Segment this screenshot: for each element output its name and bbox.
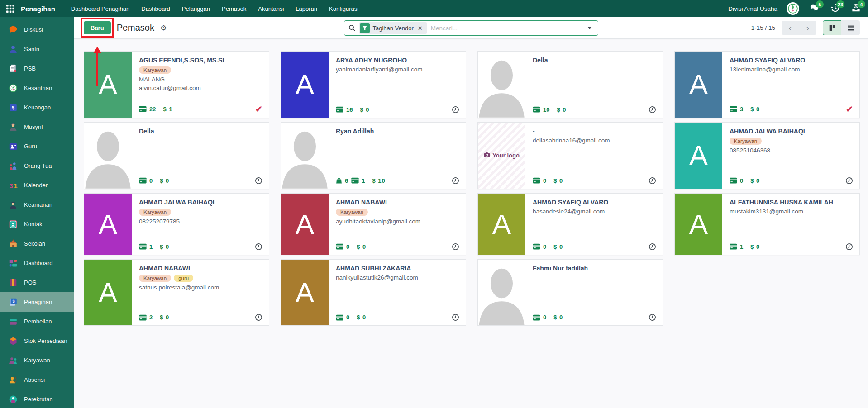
notification-button[interactable]: $ 4	[850, 3, 862, 14]
search-dropdown-toggle[interactable]	[582, 21, 598, 35]
navbar-menu-item[interactable]: Dashboard Penagihan	[66, 3, 134, 15]
navbar-menu-item[interactable]: Dashboard	[136, 3, 175, 15]
sidebar-item-dashboard[interactable]: Dashboard	[0, 253, 74, 273]
mentor-icon	[8, 122, 19, 133]
activity-clock-status-icon[interactable]	[255, 243, 262, 251]
finance-icon: $	[8, 102, 19, 113]
sidebar-item-keamanan[interactable]: Keamanan	[0, 195, 74, 214]
vendor-card[interactable]: A AHMAD SUBHI ZAKARIA nanikyuliastutik26…	[281, 259, 466, 326]
sidebar-item-guru[interactable]: Guru	[0, 137, 74, 156]
activity-done-icon[interactable]: ✔	[255, 105, 262, 114]
activity-clock-status-icon[interactable]	[649, 106, 656, 114]
vendor-name: AHMAD SYAFIQ ALVARO	[533, 199, 656, 206]
sidebar-item-diskusi[interactable]: Diskusi	[0, 20, 74, 39]
gear-icon[interactable]: ⚙	[160, 24, 167, 32]
camera-icon	[484, 152, 490, 160]
vendor-card[interactable]: A AHMAD JALWA BAIHAQI Karyawan 082252079…	[84, 193, 269, 255]
vendor-card[interactable]: A AHMAD NABAWI Karyawan ayudhitaoktavian…	[281, 193, 466, 255]
navbar-menu-item[interactable]: Konfigurasi	[324, 3, 363, 15]
vendor-card[interactable]: A AHMAD NABAWI Karyawanguru satnus.polre…	[84, 259, 269, 326]
sidebar-item-absensi[interactable]: Absensi	[0, 370, 74, 389]
vendor-name: AHMAD NABAWI	[139, 265, 262, 272]
vendor-card[interactable]: A ARYA ADHY NUGROHO yanimarianiarfiyanti…	[281, 51, 466, 118]
sidebar-item-kalender[interactable]: 31 Kalender	[0, 176, 74, 195]
sidebar-item-label: Guru	[24, 143, 37, 150]
sidebar-item-stok-persediaan[interactable]: Stok Persediaan	[0, 331, 74, 351]
sidebar-item-keuangan[interactable]: $ Keuangan	[0, 98, 74, 117]
new-record-button[interactable]: Baru	[84, 21, 111, 34]
activity-clock-status-icon[interactable]	[649, 313, 656, 321]
search-input[interactable]	[427, 25, 582, 32]
sidebar-item-penagihan[interactable]: $ Penagihan	[0, 292, 74, 312]
sidebar-item-musyrif[interactable]: Musyrif	[0, 117, 74, 137]
sidebar-item-label: Dashboard	[24, 260, 53, 266]
activity-clock-status-icon[interactable]	[255, 313, 262, 321]
sidebar-item-sekolah[interactable]: Sekolah	[0, 234, 74, 253]
vendor-card[interactable]: Your logo - dellasabrinaa16@gmail.com	[477, 122, 663, 189]
vendor-card[interactable]: Della 0	[84, 122, 269, 189]
sidebar-item-psb[interactable]: PSB	[0, 59, 74, 78]
sidebar-item-karyawan[interactable]: Karyawan	[0, 351, 74, 370]
filter-funnel-icon	[360, 23, 370, 33]
activity-clock-status-icon[interactable]	[452, 177, 459, 185]
invoices-icon	[533, 177, 540, 184]
user-menu[interactable]: Divisi Amal Usaha	[728, 5, 777, 12]
navbar-menu-item[interactable]: Laporan	[291, 3, 322, 15]
invoices-count: 1	[362, 177, 365, 184]
vendor-avatar: A	[84, 194, 132, 255]
activity-done-icon[interactable]: ✔	[846, 105, 853, 114]
activity-clock-status-icon[interactable]	[649, 243, 656, 251]
activity-clock-status-icon[interactable]	[845, 177, 853, 185]
vendor-detail-line: mustakim3131@gmail.com	[730, 208, 853, 215]
sidebar-item-perekrutan[interactable]: Perekrutan	[0, 389, 74, 408]
navbar-menu-item[interactable]: Pelanggan	[177, 3, 215, 15]
activity-clock-status-icon[interactable]	[452, 313, 459, 321]
amount-due: $ 0	[160, 314, 169, 321]
vendor-card[interactable]: A AHMAD JALWA BAIHAQI Karyawan 085251046…	[674, 122, 860, 189]
vendor-detail-line: alvin.catur@gmail.com	[139, 85, 262, 91]
sidebar-item-pembelian[interactable]: Pembelian	[0, 312, 74, 331]
notification-button[interactable]: 5	[808, 3, 820, 14]
invoices-icon	[730, 106, 737, 112]
amount-due: $ 0	[750, 243, 760, 250]
apps-grid-icon[interactable]	[5, 3, 16, 14]
kanban-view-button[interactable]	[823, 20, 841, 35]
vendor-card[interactable]: A AHMAD SYAFIQ ALVARO hasandesie24@gmail…	[477, 193, 663, 255]
activity-clock-status-icon[interactable]	[452, 243, 459, 251]
invoices-count: 22	[149, 106, 156, 113]
sidebar-item-kontak[interactable]: Kontak	[0, 214, 74, 234]
vendor-avatar: A	[675, 123, 722, 189]
vendor-card[interactable]: Fahmi Nur fadillah 0	[477, 259, 663, 326]
vendor-card[interactable]: A AGUS EFENDI,S.SOS, MS.SI Karyawan MALA…	[84, 51, 269, 118]
invoices-icon	[336, 243, 343, 250]
vendor-card[interactable]: Ryan Adillah 6	[281, 122, 466, 189]
pager-next-button[interactable]: ›	[799, 21, 816, 35]
sidebar-item-pos[interactable]: POS	[0, 273, 74, 292]
notification-button[interactable]: 23	[829, 3, 841, 14]
vendor-detail-line: dellasabrinaa16@gmail.com	[533, 137, 656, 144]
activity-clock-status-icon[interactable]	[452, 106, 459, 114]
activity-clock-status-icon[interactable]	[649, 177, 656, 185]
vendor-card[interactable]: A AHMAD SYAFIQ ALVARO 13lenimarlina@gmai…	[674, 51, 860, 118]
navbar-menu-item[interactable]: Pemasok	[217, 3, 251, 15]
sidebar-item-orang-tua[interactable]: Orang Tua	[0, 156, 74, 176]
sidebar-item-santri[interactable]: Santri	[0, 39, 74, 59]
app-brand[interactable]: Penagihan	[21, 5, 55, 13]
list-view-button[interactable]	[841, 20, 860, 35]
user-avatar[interactable]	[787, 2, 799, 15]
invoices-count: 0	[543, 177, 546, 184]
recruitment-icon	[8, 394, 19, 405]
vendor-card[interactable]: A ALFATHUNNISA HUSNA KAMILAH mustakim313…	[674, 193, 860, 255]
pager-previous-button[interactable]: ‹	[782, 21, 799, 35]
vendor-card[interactable]: Della 10	[477, 51, 663, 118]
navbar-menu-item[interactable]: Akuntansi	[253, 3, 289, 15]
invoices-icon	[730, 177, 737, 184]
activity-clock-status-icon[interactable]	[255, 177, 262, 185]
chat-icon	[8, 24, 19, 35]
inventory-icon	[8, 336, 19, 346]
navbar-menu-item-label: Laporan	[296, 5, 317, 12]
search-filter-tag[interactable]: Tagihan Vendor ✕	[359, 22, 427, 34]
sidebar-item-kesantrian[interactable]: Kesantrian	[0, 78, 74, 98]
filter-remove-icon[interactable]: ✕	[417, 25, 424, 32]
activity-clock-status-icon[interactable]	[845, 243, 853, 251]
